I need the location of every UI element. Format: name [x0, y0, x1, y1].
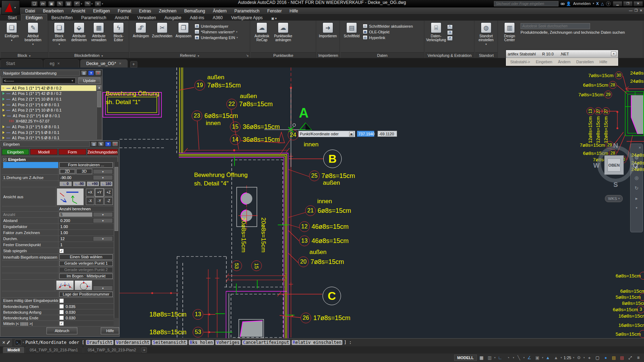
ribbon-tab-a360[interactable]: A360	[209, 15, 227, 21]
command-option-relativ-einschalten[interactable]: Relativ einschalten	[292, 340, 342, 345]
close-icon[interactable]: ✕	[2, 340, 5, 345]
ribbon-tab-ausgabe[interactable]: Ausgabe	[160, 15, 186, 21]
ribbon-tab-overflow-icon[interactable]: ▣ ▾	[267, 16, 281, 21]
command-line-controls[interactable]: ✕	[0, 339, 12, 346]
clean-screen-icon[interactable]: ＋	[586, 355, 593, 361]
eingeben-tab-zeichnungsdaten[interactable]: Zeichnungsdaten	[87, 149, 118, 155]
rotate-0-button[interactable]: ∟0	[59, 181, 72, 187]
eingeben-section-header[interactable]: −Eingeben	[2, 157, 118, 162]
menu-item-datei[interactable]: Datei	[21, 8, 39, 14]
panel-title-block[interactable]: Block▼	[1, 52, 48, 58]
navigator-title-bar[interactable]: Navigator Stabstahlbewehrung ▤ ? ✕	[0, 70, 102, 76]
customize-icon[interactable]: ≡	[95, 1, 101, 6]
lage-der-positionsnummer-button[interactable]: Lage der Positionsnummer	[59, 292, 113, 297]
rotate-+90-button[interactable]: ∟+90	[87, 181, 99, 187]
document-window-controls[interactable]: — ❐ ✕	[629, 9, 643, 12]
checkbox[interactable]: ✓	[59, 249, 64, 253]
arc-layout-option-2[interactable]	[75, 280, 92, 290]
ribbon-tab-einfügen[interactable]: Einfügen	[21, 14, 47, 21]
layout-tab-054-twp-5-20-218-plan1[interactable]: 054_TWP_5_20_218-Plan1	[25, 347, 83, 353]
command-prompt-icon[interactable]: >_	[15, 340, 21, 345]
navigator-row[interactable]: —A1 Pos 2 (1* 1*) 6 Ø 8 / 0.1	[1, 113, 96, 119]
layout-tab-modell[interactable]: Modell	[3, 347, 24, 353]
help-icon[interactable]: ?	[105, 141, 111, 147]
navigator-filter-dropdown[interactable]: <------▼	[2, 78, 76, 83]
expanded-icon[interactable]	[2, 115, 5, 117]
ribbon-button-unterlagenlayer[interactable]: ≣Unterlagenlayer	[194, 24, 238, 28]
ribbon-button-attribute-verwalten[interactable]: ▦Attribute verwalten	[89, 22, 109, 42]
navigator-row[interactable]: —A1 Pos 3 (1* 1*) 5 Ø 8 / 0.1	[1, 130, 96, 135]
ribbon-button-block-editor[interactable]: ϟBlock-Editor	[109, 22, 128, 42]
menu-item-format[interactable]: Format	[114, 8, 135, 14]
form-konstruieren--button[interactable]: Form konstruieren ...	[59, 162, 113, 168]
panel-title-verkn-pfung-extraktion[interactable]: Verknüpfung & Extraktion	[425, 52, 474, 58]
panel-title-standort[interactable]: Standort	[475, 52, 497, 58]
snap-mode-icon[interactable]: ▥	[486, 355, 493, 361]
value-field[interactable]: 1.00	[59, 225, 113, 229]
annotation-visibility-icon[interactable]: ▲	[544, 355, 551, 361]
close-button[interactable]: ✕	[633, 1, 643, 6]
ribbon-button-attribute-definieren[interactable]: ⬙Attribute definieren	[70, 22, 89, 42]
rotate--90-button[interactable]: ∟-90	[73, 181, 86, 187]
doc-tab-eg[interactable]: eg✕	[44, 59, 79, 67]
palette-properties-icon[interactable]: ▤	[91, 141, 97, 147]
menu-item-ändern[interactable]: Ändern	[209, 8, 231, 14]
expand-icon[interactable]	[2, 136, 5, 139]
ribbon-button--rahmen-variieren-[interactable]: ▭*Rahmen variieren*▾	[194, 29, 238, 34]
help-search-input[interactable]	[494, 1, 558, 6]
ribbon-tab-beschriften[interactable]: Beschriften	[47, 15, 77, 21]
hilfe-button[interactable]: Hilfe	[101, 327, 119, 334]
checkbox[interactable]	[59, 298, 64, 303]
extract-up-icon[interactable]: ⇱	[447, 25, 453, 29]
save-as-icon[interactable]: ✎	[57, 1, 63, 6]
dropdown-button[interactable]: ▼	[93, 212, 113, 217]
viewcube-top-face[interactable]: OBEN	[604, 155, 624, 175]
rotate-180-button[interactable]: ∟180	[100, 181, 113, 187]
ribbon-button-anpassen[interactable]: ❐Anpassen	[173, 22, 194, 38]
dropdown-button[interactable]: ▼	[93, 218, 113, 223]
value-field[interactable]: -90.00	[59, 175, 92, 180]
search-binoculars-icon[interactable]: oo	[561, 1, 564, 6]
viewcube-north[interactable]: N	[613, 142, 618, 150]
dropdown-button[interactable]: ▼	[93, 169, 113, 174]
artifex-menu-darstellen[interactable]: Darstellen	[574, 59, 596, 65]
navigator-row[interactable]: —A1 Pos 2 (1* 1*) 10 Ø 8 / 0.1	[1, 96, 96, 102]
navigator-row[interactable]: —A1 Pos 3 (1* 1*) 5 Ø 8 / 0.1	[1, 124, 96, 130]
value-field[interactable]: 1.00	[59, 231, 113, 235]
menu-item-zeichnen[interactable]: Zeichnen	[155, 8, 180, 14]
ribbon-button-zuschneiden[interactable]: ✂Zuschneiden	[152, 22, 172, 38]
ribbon-button-importieren[interactable]: ➜Importieren	[318, 22, 338, 38]
doc-tab-decke-ue-og-[interactable]: Decke_ue_OG*✕	[80, 59, 128, 67]
value-field[interactable]: 5	[59, 212, 92, 217]
command-option-cancelartifexinput[interactable]: Cancelartifexinput	[242, 340, 290, 345]
command-prompt-text[interactable]: Punkt/Koordinate oder [DraufsichtVordera…	[26, 340, 352, 345]
einen-stab-wählen-button[interactable]: Einen Stab wählen	[59, 254, 113, 260]
dynamic-input-y-field[interactable]: -69.1120	[378, 131, 397, 137]
extract-table-icon[interactable]: ⊞	[447, 30, 453, 35]
ribbon-button-schriftfeld[interactable]: ▤Schriftfeld	[341, 22, 362, 38]
view-minusX-button[interactable]: -X	[86, 197, 94, 205]
command-option-bks-holen[interactable]: Bks holen	[189, 340, 214, 345]
pan-icon[interactable]: ✥	[635, 165, 639, 170]
polar-tracking-icon[interactable]: ◔	[505, 355, 512, 361]
zoom-icon[interactable]: ◎	[634, 175, 638, 180]
ribbon-tab-verwalten[interactable]: Verwalten	[133, 15, 160, 21]
scrollbar-thumb[interactable]	[115, 167, 118, 231]
osnap-dropdown-icon[interactable]: ▾	[542, 356, 544, 359]
value-field[interactable]: 0.030	[65, 316, 113, 320]
navbar-chevron-icon[interactable]: ▾	[636, 206, 638, 210]
scroll-up-icon[interactable]: ▲	[97, 85, 101, 90]
arc-layout-option-1[interactable]	[56, 280, 74, 290]
eingeben-title-bar[interactable]: Eingeben ▤ ⇅ ? ✕	[0, 141, 119, 147]
navigation-bar[interactable]: ✕ ◍ ✥ ◎ ↻ ▸ ▾	[630, 144, 643, 232]
navbar-close-icon[interactable]: ✕	[638, 146, 641, 150]
ribbon-tab-verfügbare-apps[interactable]: Verfügbare Apps	[227, 15, 267, 21]
redo-icon[interactable]: ↷	[84, 1, 91, 6]
abbruch-button[interactable]: Abbruch	[46, 327, 77, 334]
ortho-icon[interactable]: ∟	[496, 355, 503, 361]
eingeben-tab-eingeben[interactable]: Eingeben	[2, 149, 29, 155]
annotation-scale-label[interactable]: 1:25	[564, 356, 571, 360]
panel-title-daten[interactable]: Daten	[341, 52, 424, 58]
autodesk-360-icon[interactable]: △	[601, 1, 604, 6]
ribbon-button-ole-objekt[interactable]: ▣OLE-Objekt	[363, 29, 413, 34]
